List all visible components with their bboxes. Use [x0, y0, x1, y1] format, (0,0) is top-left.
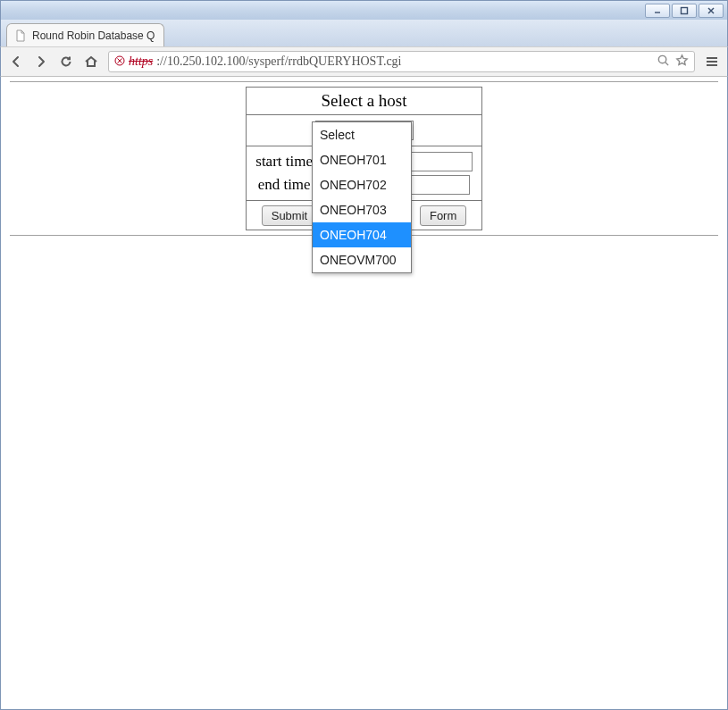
- end-time-label: end time:: [258, 176, 315, 194]
- page-icon: [14, 29, 27, 42]
- address-bar[interactable]: https ://10.250.102.100/sysperf/rrdbQUER…: [108, 51, 695, 72]
- url-protocol: https: [129, 54, 153, 69]
- divider-top: [10, 81, 718, 82]
- start-time-label: start time:: [255, 153, 316, 171]
- bookmark-star-icon[interactable]: [675, 54, 689, 70]
- host-select-dropdown: Select ONEOH701 ONEOH702 ONEOH703 ONEOH7…: [312, 121, 412, 273]
- reset-form-button[interactable]: Form: [420, 205, 466, 226]
- host-option[interactable]: Select: [313, 122, 411, 147]
- svg-point-7: [658, 55, 665, 63]
- host-option[interactable]: ONEOVM700: [313, 247, 411, 272]
- reload-button[interactable]: [58, 54, 74, 70]
- svg-rect-1: [682, 7, 688, 13]
- form-heading: Select a host: [247, 88, 481, 115]
- host-option[interactable]: ONEOH703: [313, 197, 411, 222]
- host-option[interactable]: ONEOH702: [313, 172, 411, 197]
- home-button[interactable]: [83, 54, 99, 70]
- browser-tab[interactable]: Round Robin Database Q: [6, 23, 164, 46]
- browser-tabstrip: Round Robin Database Q: [0, 20, 728, 46]
- url-path: ://10.250.102.100/sysperf/rrdbQUERYHOST.…: [156, 54, 401, 69]
- host-option-selected[interactable]: ONEOH704: [313, 222, 411, 247]
- menu-button[interactable]: [704, 54, 720, 70]
- tab-title: Round Robin Database Q: [32, 29, 155, 42]
- window-minimize-button[interactable]: [645, 4, 670, 18]
- page-content: Select a host ONEOH704 ▼ start time: end…: [0, 77, 728, 710]
- window-maximize-button[interactable]: [672, 4, 697, 18]
- back-button[interactable]: [8, 54, 24, 70]
- window-titlebar: [0, 0, 728, 20]
- browser-toolbar: https ://10.250.102.100/sysperf/rrdbQUER…: [0, 46, 728, 77]
- svg-line-8: [665, 63, 668, 65]
- forward-button[interactable]: [33, 54, 49, 70]
- host-option[interactable]: ONEOH701: [313, 147, 411, 172]
- submit-button[interactable]: Submit: [262, 205, 317, 226]
- zoom-icon[interactable]: [657, 54, 670, 70]
- insecure-icon: [114, 55, 125, 69]
- window-close-button[interactable]: [699, 4, 724, 18]
